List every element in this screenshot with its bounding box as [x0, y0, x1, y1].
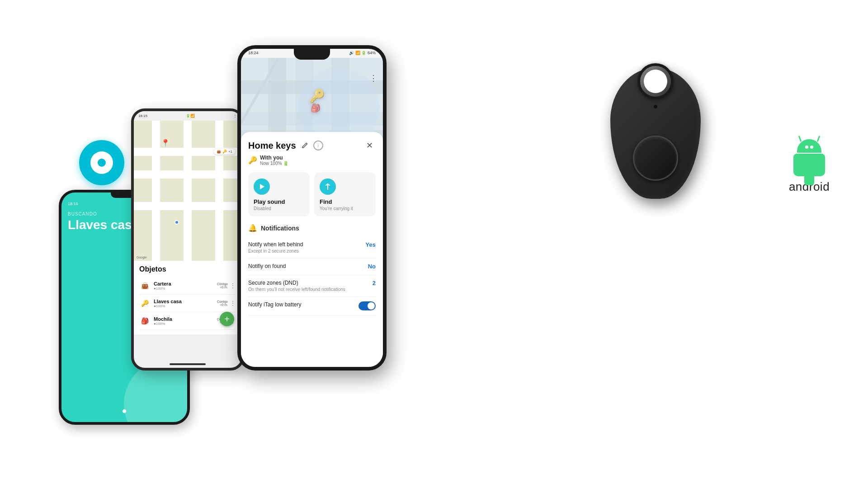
list-item[interactable]: 🔑 Llaves casa ●100% Contigo≈0 m. ⋮: [139, 295, 236, 312]
row-label: Secure zones (DND): [248, 280, 345, 286]
sheet-title-row: Home keys i: [248, 141, 323, 151]
low-battery-row[interactable]: Notify iTag low battery: [248, 297, 376, 315]
phone-mid-status-bar: 18:15 🔋📶 ⋮: [134, 111, 241, 121]
tracker-button[interactable]: [633, 136, 678, 181]
item-battery: ●100%: [154, 304, 182, 308]
android-logo: android: [787, 136, 832, 194]
battery-detail: Now 100% 🔋: [260, 161, 288, 166]
list-item-left: 🔑 Llaves casa ●100%: [139, 298, 182, 309]
row-info: Notify iTag low battery: [248, 301, 301, 309]
secure-zones-row[interactable]: Secure zones (DND) On them you'll not re…: [248, 275, 376, 297]
android-eye-left: [810, 145, 813, 149]
list-title: Objetos: [139, 265, 236, 273]
app-icon-dot: [98, 159, 106, 167]
item-more-icon[interactable]: ⋮: [230, 282, 236, 289]
low-battery-toggle[interactable]: [359, 301, 376, 310]
notify-found-value[interactable]: No: [368, 263, 376, 270]
list-item-left: 🎒 Mochila ●100%: [139, 315, 172, 326]
app-icon-tile[interactable]: [79, 140, 124, 185]
play-sound-card[interactable]: Play sound Disabled: [248, 172, 310, 216]
phone-mid-list: Objetos 👜 Cartera ●100% Contigo≈0 m. ⋮ 🔑: [134, 261, 241, 334]
find-title: Find: [320, 198, 370, 205]
action-cards: Play sound Disabled Find You're carrying…: [248, 172, 376, 216]
main-time: 18:24: [248, 51, 259, 55]
badge-count: +1: [228, 150, 232, 154]
tracker-body: [610, 68, 701, 199]
google-label: Google: [137, 256, 147, 259]
item-battery: ●100%: [154, 286, 171, 291]
app-icon-inner: [90, 151, 113, 174]
item-name: Llaves casa: [154, 299, 182, 304]
edit-icon[interactable]: [300, 141, 310, 150]
item-battery: ●100%: [154, 322, 172, 326]
status-icons-mid: 🔋📶: [186, 114, 195, 118]
android-leg-right: [808, 175, 814, 185]
android-arm-left: [798, 154, 803, 173]
tracker-device: [610, 68, 701, 199]
sheet-header: Home keys i ✕: [248, 139, 376, 152]
antenna-right: [817, 136, 821, 142]
row-label: Notify iTag low battery: [248, 301, 301, 308]
map-road: [184, 121, 192, 261]
list-item-right: Contigo≈0 m. ⋮: [217, 282, 236, 289]
time-left: 18:16: [68, 202, 78, 206]
secure-zones-value[interactable]: 2: [373, 280, 376, 286]
tracker-sensor: [654, 105, 657, 108]
map-pin-location: 📍: [161, 139, 170, 147]
phone-mid-map: 📍 👜 🔑 +1 Google: [134, 121, 241, 261]
list-item[interactable]: 👜 Cartera ●100% Contigo≈0 m. ⋮: [139, 277, 236, 295]
item-more-icon[interactable]: ⋮: [230, 300, 236, 307]
android-robot-icon: [787, 136, 832, 176]
tracker-ring-inner: [644, 70, 667, 93]
notify-left-value[interactable]: Yes: [366, 241, 376, 248]
close-button[interactable]: ✕: [363, 139, 376, 152]
item-icon: 🎒: [139, 315, 150, 326]
play-sound-status: Disabled: [254, 206, 304, 211]
list-item-left: 👜 Cartera ●100%: [139, 280, 171, 291]
home-indicator-left: [123, 409, 126, 413]
map-road: [215, 121, 223, 261]
android-body: [793, 154, 825, 176]
map-user-dot: [175, 220, 179, 225]
svg-marker-0: [260, 184, 264, 189]
sheet-title: Home keys: [248, 141, 296, 151]
notifications-title: Notifications: [261, 225, 299, 232]
with-you-label: With you: [260, 155, 288, 161]
item-icon: 👜: [139, 280, 150, 291]
map-badge: 👜 🔑 +1: [214, 149, 235, 155]
android-arm-right: [815, 154, 821, 173]
find-card[interactable]: Find You're carrying it: [314, 172, 376, 216]
fab-add-button[interactable]: +: [220, 312, 234, 326]
time-mid: 18:15: [138, 114, 147, 118]
info-icon[interactable]: i: [313, 141, 323, 150]
key-icon: 🔑: [248, 156, 257, 164]
list-item-right: Contigo≈0 m. ⋮: [217, 300, 236, 307]
find-status: You're carrying it: [320, 206, 370, 211]
antenna-left: [798, 136, 802, 142]
phone-main-notch: [294, 49, 330, 60]
badge-key: 🔑: [222, 150, 227, 154]
notify-on-found-row[interactable]: Notifiy on found No: [248, 258, 376, 275]
item-status: Contigo≈0 m.: [217, 282, 228, 289]
row-info: Notify when left behind Except in 2 secu…: [248, 241, 303, 253]
row-info: Secure zones (DND) On them you'll not re…: [248, 280, 345, 292]
row-label: Notify when left behind: [248, 241, 303, 248]
badge-bag: 👜: [217, 150, 221, 154]
item-name: Mochila: [154, 316, 172, 322]
phone-mid: 18:15 🔋📶 ⋮ 📍 👜 🔑 +1 Google Objetos 👜 Car…: [131, 108, 244, 371]
row-sub: On them you'll not receive left/found no…: [248, 287, 345, 292]
notify-left-behind-row[interactable]: Notify when left behind Except in 2 secu…: [248, 237, 376, 258]
home-bar-mid: [170, 363, 206, 365]
find-icon-circle: [320, 178, 336, 195]
phone-main: 18:24 🔊 📶 🔋 64% 🔑 🎒 ⋮ Google Home keys: [237, 45, 387, 371]
more-icon-mid[interactable]: ⋮: [233, 114, 237, 118]
item-name: Cartera: [154, 281, 171, 286]
item-icon: 🔑: [139, 298, 150, 309]
notifications-header: 🔔 Notifications: [248, 224, 376, 232]
sheet-subtitle-row: 🔑 With you Now 100% 🔋: [248, 155, 376, 166]
row-label: Notifiy on found: [248, 263, 286, 269]
play-icon-circle: [254, 178, 270, 195]
map-more-button[interactable]: ⋮: [369, 73, 377, 83]
bell-icon: 🔔: [248, 224, 257, 232]
play-sound-title: Play sound: [254, 198, 304, 205]
